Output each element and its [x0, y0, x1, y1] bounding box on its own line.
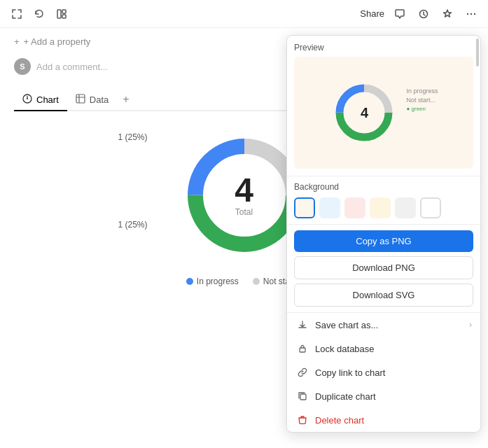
preview-legend-line1: In progress [406, 87, 438, 94]
preview-legend-line2: Not start... [406, 96, 438, 103]
top-bar: Share [0, 0, 488, 28]
legend-label-in-progress: In progress [197, 276, 239, 286]
swatch-light-blue[interactable] [319, 197, 340, 218]
menu-label-duplicate: Duplicate chart [315, 391, 376, 402]
menu-item-duplicate[interactable]: Duplicate chart [287, 384, 480, 408]
svg-rect-1 [62, 10, 66, 13]
preview-label: Preview [294, 43, 473, 52]
copy-as-png-button[interactable]: Copy as PNG [294, 230, 473, 252]
menu-label-delete: Delete chart [315, 415, 364, 426]
add-property-label: + Add a property [24, 36, 91, 47]
swatch-light-pink[interactable] [344, 197, 365, 218]
legend-item-in-progress: In progress [186, 276, 239, 286]
menu-item-delete[interactable]: Delete chart [287, 408, 480, 432]
expand-icon[interactable] [8, 7, 25, 21]
swatch-light-gray[interactable] [395, 197, 416, 218]
link-icon [297, 367, 308, 378]
popup-menu: Save chart as... › Lock database Copy li… [287, 312, 480, 432]
comment-icon[interactable] [391, 7, 408, 21]
svg-point-5 [470, 13, 472, 14]
swatch-white[interactable] [420, 197, 441, 218]
star-icon[interactable] [439, 7, 456, 21]
background-label: Background [294, 182, 473, 192]
chart-label-top: 1 (25%) [118, 132, 148, 142]
chart-label-bottom: 1 (25%) [118, 220, 148, 230]
menu-item-save-as[interactable]: Save chart as... › [287, 313, 480, 337]
chart-tab-icon [22, 94, 32, 106]
popup-panel: Preview 4 In progress Not start... ● gre… [286, 35, 481, 433]
svg-point-8 [27, 98, 28, 99]
popup-actions: Copy as PNG Download PNG Download SVG [287, 224, 480, 312]
tab-chart[interactable]: Chart [14, 90, 67, 111]
preview-legend-line3: ● green [406, 105, 438, 111]
share-button[interactable]: Share [360, 8, 384, 19]
menu-label-lock-db: Lock database [315, 344, 375, 354]
svg-rect-17 [300, 394, 306, 400]
download-png-button[interactable]: Download PNG [294, 256, 473, 279]
comment-placeholder[interactable]: Add a comment... [36, 62, 108, 72]
svg-rect-16 [300, 348, 305, 352]
svg-point-6 [474, 13, 475, 14]
add-tab-button[interactable]: + [117, 89, 134, 110]
duplicate-icon [297, 391, 308, 402]
top-bar-right: Share [360, 7, 480, 21]
menu-item-copy-link[interactable]: Copy link to chart [287, 360, 480, 384]
more-icon[interactable] [463, 7, 480, 21]
svg-rect-0 [57, 10, 61, 18]
svg-rect-2 [62, 15, 66, 18]
data-tab-icon [76, 94, 85, 106]
donut-label: Total [235, 207, 253, 217]
trash-icon [297, 414, 308, 426]
download-svg-button[interactable]: Download SVG [294, 284, 473, 307]
data-tab-label: Data [90, 94, 109, 105]
preview-center-number: 4 [361, 105, 368, 121]
donut-number: 4 [235, 174, 253, 207]
legend-dot-not-started [253, 278, 260, 285]
legend-dot-in-progress [186, 278, 193, 285]
layout-icon[interactable] [53, 7, 70, 21]
chart-tab-label: Chart [36, 94, 59, 105]
top-bar-left [8, 7, 70, 21]
avatar: S [14, 58, 31, 75]
preview-box: 4 In progress Not start... ● green [294, 57, 473, 169]
swatch-light-yellow[interactable] [370, 197, 391, 218]
chart-legend: In progress Not start... [186, 276, 302, 286]
swatch-warm-white[interactable] [294, 197, 315, 218]
menu-item-lock-db[interactable]: Lock database [287, 337, 480, 360]
save-as-icon [297, 319, 308, 330]
lock-icon [297, 343, 308, 354]
menu-label-copy-link: Copy link to chart [315, 368, 385, 378]
preview-chart: 4 [329, 78, 399, 148]
chevron-right-icon: › [469, 320, 472, 330]
svg-rect-9 [76, 94, 85, 103]
menu-label-save-as: Save chart as... [315, 320, 378, 330]
bg-color-swatches [294, 197, 473, 218]
plus-icon: + [14, 36, 20, 47]
preview-legend: In progress Not start... ● green [406, 85, 438, 113]
tab-data[interactable]: Data [67, 90, 117, 111]
popup-preview-section: Preview 4 In progress Not start... ● gre… [287, 36, 480, 176]
donut-center: 4 Total [235, 174, 253, 217]
history-icon[interactable] [415, 7, 432, 21]
svg-point-4 [467, 13, 468, 14]
background-section: Background [287, 176, 480, 224]
undo-icon[interactable] [31, 7, 48, 21]
